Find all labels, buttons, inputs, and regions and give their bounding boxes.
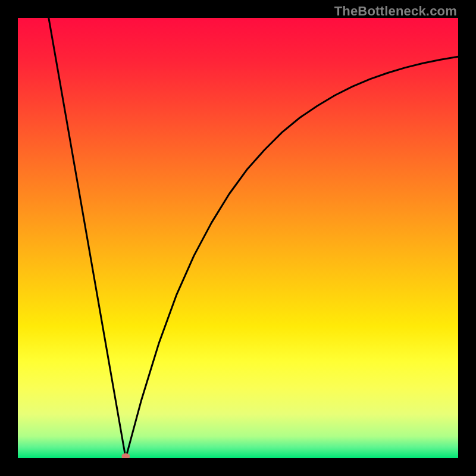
watermark-text: TheBottleneck.com [334, 4, 457, 19]
chart-frame: TheBottleneck.com [0, 0, 476, 476]
chart-plot [18, 18, 458, 458]
plot-background [18, 18, 458, 458]
